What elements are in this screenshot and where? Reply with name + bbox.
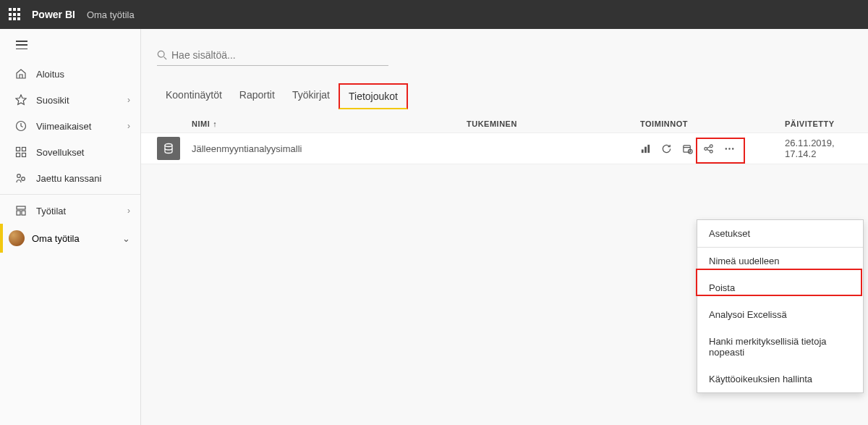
context-menu: Asetukset Nimeä uudelleen Poista Analyso… — [697, 219, 864, 393]
sidebar-item-label: Jaettu kanssani — [36, 173, 130, 184]
svg-point-5 — [17, 174, 21, 178]
chart-icon[interactable] — [640, 143, 651, 154]
sidebar-item-label: Sovellukset — [36, 147, 130, 158]
svg-point-17 — [705, 147, 707, 150]
tab-dashboards[interactable]: Koontinäytöt — [157, 83, 231, 109]
search-input[interactable] — [171, 46, 388, 64]
sidebar-item-label: Suosikit — [36, 95, 127, 106]
tabs: Koontinäytöt Raportit Työkirjat Tietojou… — [141, 73, 868, 109]
search-box[interactable] — [157, 46, 388, 66]
svg-point-18 — [710, 144, 712, 147]
app-launcher-icon[interactable] — [9, 8, 22, 21]
svg-point-19 — [710, 150, 712, 153]
svg-rect-7 — [17, 206, 25, 209]
svg-rect-1 — [17, 148, 20, 151]
svg-rect-15 — [684, 145, 690, 151]
tab-workbooks[interactable]: Työkirjat — [284, 83, 339, 109]
svg-rect-9 — [22, 211, 25, 215]
svg-rect-3 — [17, 153, 20, 157]
sidebar-item-apps[interactable]: Sovellukset — [0, 139, 140, 165]
svg-rect-13 — [644, 146, 647, 152]
svg-point-22 — [732, 148, 733, 149]
menu-item-analyze-excel[interactable]: Analysoi Excelissä — [697, 301, 863, 328]
sidebar: Aloitus Suosikit › Viimeaikaiset › Sovel… — [0, 29, 141, 425]
sidebar-item-favorites[interactable]: Suosikit › — [0, 87, 140, 113]
divider — [0, 194, 140, 195]
column-support[interactable]: TUKEMINEN — [467, 119, 640, 128]
menu-item-settings[interactable]: Asetukset — [697, 220, 863, 247]
sort-arrow-icon: ↑ — [213, 119, 217, 128]
column-name[interactable]: NIMI ↑ — [192, 119, 467, 128]
top-bar: Power BI Oma työtila — [0, 0, 868, 29]
svg-point-6 — [22, 177, 25, 181]
svg-point-20 — [726, 148, 727, 149]
tab-reports[interactable]: Raportit — [231, 83, 284, 109]
tab-datasets[interactable]: Tietojoukot — [339, 83, 408, 109]
star-icon — [14, 94, 27, 106]
main-content: Koontinäytöt Raportit Työkirjat Tietojou… — [141, 29, 868, 425]
column-updated[interactable]: PÄIVITETTY — [785, 119, 852, 128]
brand-label: Power BI — [32, 9, 75, 20]
column-headers: NIMI ↑ TUKEMINEN TOIMINNOT PÄIVITETTY — [141, 109, 868, 132]
svg-rect-12 — [642, 149, 644, 153]
workspaces-icon — [14, 205, 27, 216]
svg-rect-14 — [647, 144, 650, 152]
svg-point-10 — [158, 51, 164, 57]
avatar — [9, 230, 25, 246]
collapse-button[interactable] — [0, 29, 140, 61]
svg-point-11 — [165, 144, 172, 147]
column-actions: TOIMINNOT — [640, 119, 785, 128]
sidebar-item-home[interactable]: Aloitus — [0, 61, 140, 87]
refresh-icon[interactable] — [661, 143, 672, 154]
search-icon — [157, 50, 167, 60]
chevron-right-icon: › — [127, 95, 130, 105]
sidebar-item-my-workspace[interactable]: Oma työtila ⌄ — [0, 224, 140, 253]
chevron-right-icon: › — [127, 206, 130, 216]
schedule-icon[interactable] — [682, 143, 693, 154]
menu-item-quick-insights[interactable]: Hanki merkityksellisiä tietoja nopeasti — [697, 328, 863, 366]
apps-icon — [14, 146, 27, 158]
chevron-right-icon: › — [127, 121, 130, 131]
table-row[interactable]: Jälleenmyyntianalyysimalli — [141, 132, 868, 164]
share-icon — [14, 172, 27, 184]
more-icon[interactable] — [724, 143, 735, 154]
row-updated: 26.11.2019, 17.14.2 — [785, 138, 852, 159]
row-actions — [640, 143, 785, 154]
sidebar-item-label: Oma työtila — [32, 233, 122, 244]
svg-point-21 — [728, 148, 730, 149]
chevron-down-icon: ⌄ — [122, 233, 130, 244]
home-icon — [14, 68, 27, 80]
menu-item-permissions[interactable]: Käyttöoikeuksien hallinta — [697, 366, 863, 392]
dataset-icon — [157, 137, 180, 160]
workspace-label: Oma työtila — [87, 9, 135, 20]
sidebar-item-workspaces[interactable]: Työtilat › — [0, 198, 140, 224]
sidebar-item-label: Työtilat — [36, 206, 127, 216]
sidebar-item-label: Viimeaikaiset — [36, 121, 127, 132]
sidebar-item-shared[interactable]: Jaettu kanssani — [0, 165, 140, 191]
svg-rect-4 — [22, 153, 26, 157]
svg-rect-8 — [17, 211, 20, 215]
row-name: Jälleenmyyntianalyysimalli — [192, 143, 467, 154]
related-icon[interactable] — [703, 143, 714, 154]
menu-item-delete[interactable]: Poista — [697, 274, 863, 301]
svg-rect-2 — [22, 148, 26, 151]
sidebar-item-recent[interactable]: Viimeaikaiset › — [0, 113, 140, 139]
sidebar-item-label: Aloitus — [36, 69, 130, 80]
clock-icon — [14, 120, 27, 132]
menu-item-rename[interactable]: Nimeä uudelleen — [697, 248, 863, 274]
